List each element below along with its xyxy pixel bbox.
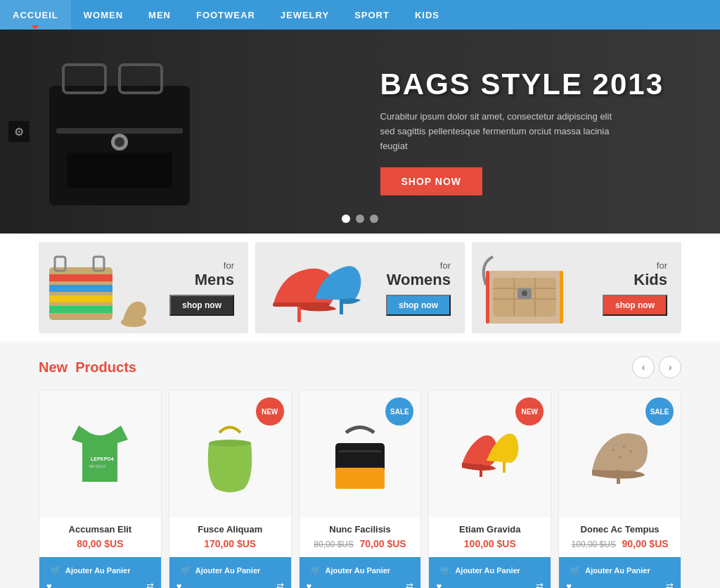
add-cart-label-3: Ajouter Au Panier [455,566,520,575]
hero-dot-2[interactable] [356,215,364,223]
add-to-cart-button-0[interactable]: 🛒 Ajouter Au Panier [46,563,154,578]
wishlist-icon-4[interactable]: ♥ [566,581,572,588]
cart-icon-2: 🛒 [311,565,321,575]
compare-icon-0[interactable]: ⇄ [146,581,154,588]
product-card-0: LEPKPO4 ME DECO Accumsan Elit 80,00 $US … [39,390,162,588]
products-prev-button[interactable]: ‹ [632,356,655,378]
svg-rect-33 [339,450,381,452]
product-price-4: 100,00 $US 90,00 $US [567,537,672,550]
product-name-4: Donec Ac Tempus [567,524,672,535]
add-cart-label-1: Ajouter Au Panier [195,566,261,575]
products-title: New Products [39,359,136,376]
hero-title: BAGS STYLE 2013 [380,68,664,101]
add-to-cart-button-2[interactable]: 🛒 Ajouter Au Panier [307,563,414,578]
svg-rect-16 [273,302,329,307]
hero-dot-3[interactable] [370,215,378,223]
nav-item-sport[interactable]: SPORT [342,0,402,30]
compare-icon-2[interactable]: ⇄ [406,581,413,588]
wishlist-icon-1[interactable]: ♥ [176,581,182,588]
product-badge-1: NEW [256,397,284,426]
product-price-new-0: 80,00 $US [77,538,123,549]
nav-item-accueil[interactable]: ACCUEIL [0,0,71,30]
kids-shop-now-button[interactable]: shop now [603,295,667,316]
add-to-cart-button-3[interactable]: 🛒 Ajouter Au Panier [436,563,544,578]
nav-item-footwear[interactable]: FOOTWEAR [184,0,268,30]
category-banners: for Mens shop now for Womens shop no [0,234,720,342]
compare-icon-1[interactable]: ⇄ [276,581,284,588]
svg-rect-32 [335,468,385,489]
product-price-3: 100,00 $US [437,537,542,550]
heels-icon [455,415,525,492]
mens-for-label: for [169,260,234,271]
svg-point-5 [115,137,124,147]
cart-icon-4: 🛒 [570,565,581,575]
products-next-button[interactable]: › [659,356,681,378]
product-card-4: SALE Donec Ac Tempus 100,00 $US 90,00 $U… [558,390,681,588]
product-image-3: NEW [429,390,551,517]
product-name-3: Etiam Gravida [437,524,542,535]
womens-shoes-image [259,243,364,333]
svg-rect-3 [56,128,183,134]
product-badge-4: SALE [645,397,674,426]
product-image-1: NEW [169,390,291,517]
hero-shop-now-button[interactable]: Shop Now [380,167,483,196]
compare-icon-4[interactable]: ⇄ [666,581,674,588]
svg-rect-10 [49,295,112,302]
nav-item-women[interactable]: WOMEN [71,0,136,30]
cart-icon-3: 🛒 [440,565,451,575]
product-info-1: Fusce Aliquam 170,00 $US [169,517,291,557]
product-info-2: Nunc Facilisis 80,00 $US 70,00 $US [300,517,421,557]
womens-shop-now-button[interactable]: shop now [386,295,451,316]
hero-subtitle: Curabitur ipsum dolor sit amet, consecte… [380,110,619,153]
svg-text:LEPKPO4: LEPKPO4 [91,456,114,461]
mens-bag-image [42,246,151,333]
product-actions-4: 🛒 Ajouter Au Panier ♥ ⇄ [559,557,681,588]
nav-item-men[interactable]: MEN [136,0,184,30]
product-price-old-2: 80,00 $US [314,539,354,549]
tote-bag-icon [325,415,395,492]
wishlist-icon-3[interactable]: ♥ [436,581,442,588]
product-image-0: LEPKPO4 ME DECO [39,390,161,517]
product-actions-0: 🛒 Ajouter Au Panier ♥ ⇄ [39,557,161,588]
handbag-icon [195,415,265,492]
add-to-cart-button-4[interactable]: 🛒 Ajouter Au Panier [566,563,674,578]
products-title-suffix: Products [75,359,136,375]
product-info-4: Donec Ac Tempus 100,00 $US 90,00 $US [559,517,681,557]
product-action-row-4: ♥ ⇄ [566,581,674,588]
svg-rect-8 [49,274,112,281]
kids-category-label: Kids [603,271,667,289]
product-price-2: 80,00 $US 70,00 $US [308,537,413,550]
hero-bag-illustration [28,44,246,226]
svg-text:ME DECO: ME DECO [89,464,105,468]
product-name-1: Fusce Aliquam [178,524,283,535]
wishlist-icon-0[interactable]: ♥ [46,581,52,588]
svg-point-30 [209,440,251,447]
wishlist-icon-2[interactable]: ♥ [307,581,312,588]
kids-for-label: for [603,260,667,271]
category-kids: for Kids shop now [472,242,681,333]
settings-button[interactable]: ⚙ [8,121,30,142]
add-to-cart-button-1[interactable]: 🛒 Ajouter Au Panier [176,563,284,578]
product-card-2: SALE Nunc Facilisis 80,00 $US 70,00 $US … [299,390,422,588]
product-price-old-4: 100,00 $US [572,539,616,549]
hero-dots [342,215,378,223]
mens-shop-now-button[interactable]: shop now [169,295,234,316]
products-title-prefix: New [39,359,68,375]
product-name-0: Accumsan Elit [48,524,153,535]
svg-point-38 [622,445,625,448]
compare-icon-3[interactable]: ⇄ [536,581,544,588]
product-actions-3: 🛒 Ajouter Au Panier ♥ ⇄ [429,557,551,588]
products-section: New Products ‹ › LEPKPO4 ME DECO Accumsa… [0,342,720,588]
nav-item-jewelry[interactable]: JEWELRY [268,0,342,30]
womens-text: for Womens shop now [386,260,451,316]
product-card-3: NEW Etiam Gravida 100,00 $US [428,390,551,588]
product-price-new-1: 170,00 $US [204,538,256,549]
product-action-row-1: ♥ ⇄ [176,581,284,588]
product-image-2: SALE [300,390,421,517]
svg-point-27 [522,290,527,296]
hero-dot-1[interactable] [342,215,350,223]
product-image-4: SALE [559,390,681,517]
nav-item-kids[interactable]: KIDS [402,0,452,30]
svg-rect-11 [49,306,112,313]
category-mens: for Mens shop now [39,242,248,333]
